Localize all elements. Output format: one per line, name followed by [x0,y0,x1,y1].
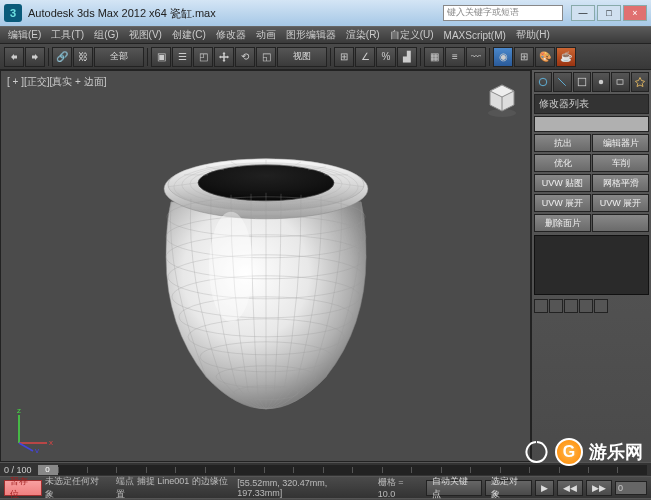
coords-value: [55.52mm, 320.47mm, 197.33mm] [237,478,372,498]
maximize-button[interactable]: □ [597,5,621,21]
move-button[interactable] [214,47,234,67]
render-frame-button[interactable]: 🎨 [535,47,555,67]
link-button[interactable]: 🔗 [52,47,72,67]
menu-view[interactable]: 视图(V) [125,28,166,42]
watermark-swirl-icon [525,440,549,464]
pin-stack-icon[interactable] [534,299,548,313]
redo-button[interactable] [25,47,45,67]
rotate-button[interactable]: ⟲ [235,47,255,67]
curve-button[interactable]: 〰 [466,47,486,67]
app-icon: 3 [4,4,22,22]
menu-group[interactable]: 组(G) [90,28,122,42]
panel-btn-lathe[interactable]: 车削 [592,154,649,172]
menu-create[interactable]: 创建(C) [168,28,210,42]
panel-btn-edit-patch[interactable]: 编辑器片 [592,134,649,152]
unlink-button[interactable]: ⛓ [73,47,93,67]
selected-button[interactable]: 选定对象 [485,480,532,496]
render-button[interactable]: ☕ [556,47,576,67]
vase-model[interactable] [136,127,396,417]
material-button[interactable]: ◉ [493,47,513,67]
close-button[interactable]: × [623,5,647,21]
view-dropdown[interactable]: 视图 [277,47,327,67]
display-tab[interactable] [611,72,629,92]
menu-bar: 编辑(E) 工具(T) 组(G) 视图(V) 创建(C) 修改器 动画 图形编辑… [0,26,651,44]
viewport[interactable]: [ + ][正交][真实 + 边面] z x y [0,70,531,462]
snap-button[interactable]: ⊞ [334,47,354,67]
svg-line-5 [19,443,33,451]
undo-button[interactable] [4,47,24,67]
panel-btn-optimize[interactable]: 优化 [534,154,591,172]
panel-btn-extrude[interactable]: 抗出 [534,134,591,152]
watermark-text: 游乐网 [589,440,643,464]
timeline-track[interactable]: 0 [38,465,647,475]
modifier-list-label: 修改器列表 [534,94,649,114]
frame-input[interactable] [615,481,647,495]
select-button[interactable]: ▣ [151,47,171,67]
mirror-button[interactable]: ▟ [397,47,417,67]
watermark: G 游乐网 [525,438,643,466]
utilities-tab[interactable] [631,72,649,92]
select-name-button[interactable]: ☰ [172,47,192,67]
main-toolbar: 🔗 ⛓ 全部 ▣ ☰ ◰ ⟲ ◱ 视图 ⊞ ∠ % ▟ ▦ ≡ 〰 ◉ ⊞ 🎨 … [0,44,651,70]
menu-graph[interactable]: 图形编辑器 [282,28,340,42]
timeline-marker[interactable]: 0 [38,465,58,475]
make-unique-icon[interactable] [564,299,578,313]
svg-rect-37 [617,80,623,85]
coords-label: 端点 捕捉 Line001 的边缘位置 [116,475,234,501]
selection-status: 未选定任何对象 [45,475,107,501]
create-tab[interactable] [534,72,552,92]
axis-gizmo-icon: z x y [9,403,59,453]
panel-btn-uvw-map[interactable]: UVW 贴图 [534,174,591,192]
select-all-dropdown[interactable]: 全部 [94,47,144,67]
svg-point-33 [209,212,253,322]
svg-text:y: y [35,446,39,453]
modify-tab[interactable] [553,72,571,92]
svg-text:x: x [49,438,53,447]
motion-tab[interactable] [592,72,610,92]
window-title: Autodesk 3ds Max 2012 x64 瓷缸.max [28,6,443,21]
menu-help[interactable]: 帮助(H) [512,28,554,42]
menu-maxscript[interactable]: MAXScript(M) [440,30,510,41]
layer-button[interactable]: ≡ [445,47,465,67]
scale-button[interactable]: ◱ [256,47,276,67]
hold-button[interactable]: 暂存位 [4,480,42,496]
prev-frame-button[interactable]: ◀◀ [557,480,583,496]
grid-label: 栅格 = 10.0 [378,476,423,499]
viewcube-icon[interactable] [482,79,522,119]
panel-btn-empty[interactable] [592,214,649,232]
panel-btn-uvw-unwrap1[interactable]: UVW 展开 [534,194,591,212]
panel-btn-delete-patch[interactable]: 删除面片 [534,214,591,232]
menu-render[interactable]: 渲染(R) [342,28,384,42]
modifier-dropdown[interactable] [534,116,649,132]
minimize-button[interactable]: — [571,5,595,21]
viewport-label[interactable]: [ + ][正交][真实 + 边面] [7,75,106,89]
panel-btn-uvw-unwrap2[interactable]: UVW 展开 [592,194,649,212]
modifier-stack[interactable] [534,235,649,295]
play-button[interactable]: ▶ [535,480,554,496]
search-input[interactable]: 键入关键字或短语 [443,5,563,21]
frame-indicator: 0 / 100 [4,465,32,475]
select-region-button[interactable]: ◰ [193,47,213,67]
menu-tools[interactable]: 工具(T) [47,28,88,42]
hierarchy-tab[interactable] [573,72,591,92]
menu-animation[interactable]: 动画 [252,28,280,42]
svg-rect-35 [578,78,586,86]
title-bar: 3 Autodesk 3ds Max 2012 x64 瓷缸.max 键入关键字… [0,0,651,26]
menu-custom[interactable]: 自定义(U) [386,28,438,42]
show-end-icon[interactable] [549,299,563,313]
status-bar: 暂存位 未选定任何对象 端点 捕捉 Line001 的边缘位置 [55.52mm… [0,476,651,498]
panel-btn-meshsmooth[interactable]: 网格平滑 [592,174,649,192]
render-setup-button[interactable]: ⊞ [514,47,534,67]
command-panel: 修改器列表 抗出 编辑器片 优化 车削 UVW 贴图 网格平滑 UVW 展开 U… [531,70,651,462]
svg-text:z: z [17,406,21,415]
asnap-button[interactable]: ∠ [355,47,375,67]
auto-key-button[interactable]: 自动关键点 [426,480,482,496]
align-button[interactable]: ▦ [424,47,444,67]
config-icon[interactable] [594,299,608,313]
menu-edit[interactable]: 编辑(E) [4,28,45,42]
menu-modifiers[interactable]: 修改器 [212,28,250,42]
remove-mod-icon[interactable] [579,299,593,313]
psnap-button[interactable]: % [376,47,396,67]
next-frame-button[interactable]: ▶▶ [586,480,612,496]
svg-point-34 [539,78,547,86]
